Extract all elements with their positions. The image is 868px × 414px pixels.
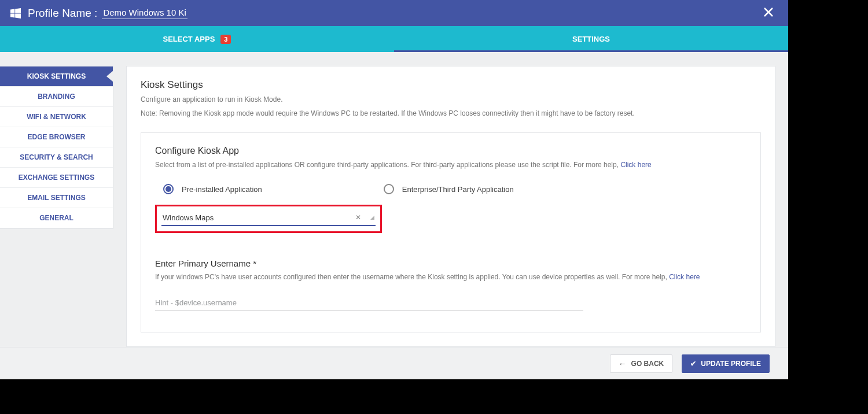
tabs: SELECT APPS 3 SETTINGS	[0, 26, 788, 52]
tab-settings-label: SETTINGS	[572, 35, 610, 43]
clear-icon[interactable]: ✕	[355, 213, 361, 221]
profile-label: Profile Name :	[28, 7, 97, 20]
app-dropdown[interactable]: Windows Maps ✕	[161, 210, 376, 226]
radio-group: Pre-installed Application Enterprise/Thi…	[155, 184, 746, 194]
section-desc-1: Configure an application to run in Kiosk…	[141, 94, 761, 105]
panel-title: Configure Kiosk App	[155, 146, 746, 156]
sidebar-item-exchange-settings[interactable]: EXCHANGE SETTINGS	[0, 168, 113, 188]
check-icon: ✔	[690, 360, 696, 368]
app-root: Profile Name : Demo Windows 10 Ki SELECT…	[0, 0, 788, 379]
tab-select-apps-label: SELECT APPS	[163, 35, 215, 43]
click-here-link-2[interactable]: Click here	[669, 273, 700, 281]
sidebar-item-wifi-network[interactable]: WIFI & NETWORK	[0, 107, 113, 127]
windows-icon	[10, 8, 21, 19]
radio-preinstalled[interactable]: Pre-installed Application	[163, 184, 262, 194]
arrow-left-icon: ←	[619, 359, 627, 368]
click-here-link-1[interactable]: Click here	[620, 161, 651, 169]
username-input[interactable]	[155, 294, 583, 311]
sidebar-item-email-settings[interactable]: EMAIL SETTINGS	[0, 188, 113, 208]
radio-enterprise[interactable]: Enterprise/Third Party Application	[384, 184, 514, 194]
dropdown-chevron-icon	[370, 216, 374, 220]
update-profile-button[interactable]: ✔ UPDATE PROFILE	[682, 354, 770, 373]
radio-circle-icon	[384, 184, 394, 194]
section-desc-2: Note: Removing the Kiosk app mode would …	[141, 108, 761, 119]
username-title: Enter Primary Username *	[155, 258, 746, 268]
sidebar-item-kiosk-settings[interactable]: KIOSK SETTINGS	[0, 66, 113, 87]
sidebar-item-edge-browser[interactable]: EDGE BROWSER	[0, 127, 113, 147]
sidebar: KIOSK SETTINGS BRANDING WIFI & NETWORK E…	[0, 66, 113, 229]
dropdown-value: Windows Maps	[163, 213, 214, 222]
configure-panel: Configure Kiosk App Select from a list o…	[141, 132, 761, 332]
username-help: If your windows PC's have user accounts …	[155, 273, 746, 281]
close-button[interactable]	[763, 6, 774, 20]
content: Kiosk Settings Configure an application …	[126, 66, 775, 347]
radio-circle-icon	[163, 184, 174, 194]
sidebar-item-branding[interactable]: BRANDING	[0, 87, 113, 107]
profile-name-input[interactable]: Demo Windows 10 Ki	[102, 8, 187, 19]
section-title: Kiosk Settings	[141, 79, 761, 91]
header: Profile Name : Demo Windows 10 Ki	[0, 0, 788, 26]
tab-select-apps[interactable]: SELECT APPS 3	[0, 26, 394, 52]
body: KIOSK SETTINGS BRANDING WIFI & NETWORK E…	[0, 52, 788, 347]
tab-settings[interactable]: SETTINGS	[394, 26, 788, 52]
footer: ← GO BACK ✔ UPDATE PROFILE	[0, 347, 788, 379]
panel-help: Select from a list of pre-installed appl…	[155, 161, 746, 169]
sidebar-item-general[interactable]: GENERAL	[0, 208, 113, 228]
sidebar-item-security-search[interactable]: SECURITY & SEARCH	[0, 147, 113, 168]
select-apps-badge: 3	[220, 35, 231, 44]
go-back-button[interactable]: ← GO BACK	[610, 354, 673, 373]
highlight-box: Windows Maps ✕	[155, 205, 382, 233]
